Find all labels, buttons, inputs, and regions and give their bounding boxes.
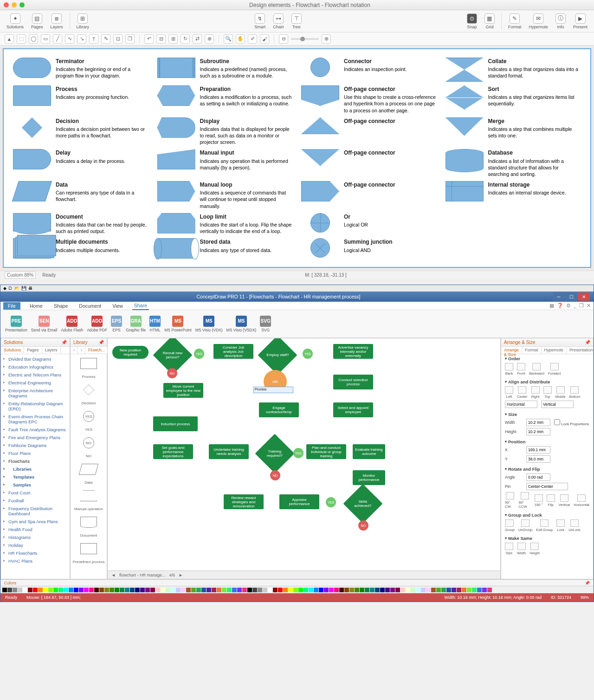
legend-item[interactable]: DocumentIndicates data that can be read … xyxy=(13,213,149,235)
canvas-tab[interactable]: flowchart - HR manage... xyxy=(119,573,166,577)
arr-unlock[interactable]: UnLock xyxy=(568,519,580,532)
select-tool[interactable]: ⬚ xyxy=(17,34,26,44)
zoom-out-button[interactable]: ⊖ xyxy=(279,34,288,44)
color-swatch[interactable] xyxy=(365,588,369,592)
arr-vertical[interactable]: Vertical xyxy=(559,494,570,507)
legend-item[interactable]: Internal storageIndicates an internal st… xyxy=(446,181,581,209)
color-swatch[interactable] xyxy=(406,588,410,592)
lib-nav-prev[interactable]: ‹ xyxy=(71,347,78,354)
solutions-button[interactable]: ✦Solutions xyxy=(4,13,26,30)
lib-tab[interactable]: Flowch... xyxy=(85,347,108,354)
arr-center[interactable]: Center xyxy=(517,386,528,399)
color-swatch[interactable] xyxy=(329,588,334,592)
sol-item[interactable]: Frequency Distribution Dashboard xyxy=(2,505,69,518)
legend-item[interactable]: SubroutineIndicates a predefined (named)… xyxy=(157,58,293,82)
sol-item[interactable]: Flowcharts xyxy=(2,457,69,465)
circ-no[interactable]: NO xyxy=(358,520,368,531)
legend-item[interactable]: TerminatorIndicates the beginning or end… xyxy=(13,58,149,82)
color-swatch[interactable] xyxy=(477,588,482,592)
angle-input[interactable] xyxy=(526,473,550,481)
node-advertise[interactable]: Advertise vacancy internally and/or exte… xyxy=(333,344,373,359)
file-menu[interactable]: File xyxy=(3,302,20,310)
color-swatch[interactable] xyxy=(145,588,150,592)
color-swatch[interactable] xyxy=(232,588,237,592)
zoom-in-button[interactable]: ⊕ xyxy=(322,34,331,44)
legend-item[interactable]: CollateIndicates a step that organizes d… xyxy=(446,58,581,82)
circ-yes[interactable]: YES xyxy=(293,448,303,458)
arr-front[interactable]: Front xyxy=(517,363,525,376)
sol-item[interactable]: Education Infographics xyxy=(2,363,69,371)
color-swatch[interactable] xyxy=(89,588,94,592)
hand-tool[interactable]: ✋ xyxy=(236,34,245,44)
node-engage-contractor[interactable]: Engage contractor/temp xyxy=(259,402,299,417)
lib-predefined[interactable] xyxy=(80,543,97,554)
eyedropper-tool[interactable]: ✐ xyxy=(248,34,257,44)
arr-top[interactable]: Top xyxy=(543,386,552,399)
panel-pin-icon[interactable]: 📌 xyxy=(98,340,104,345)
lib-yes[interactable]: YES xyxy=(83,411,94,422)
arr-back[interactable]: Back xyxy=(505,363,513,376)
settings-icon[interactable]: ⚙ xyxy=(566,303,571,309)
arr-size[interactable]: Size xyxy=(505,543,513,555)
present-button[interactable]: ▶Present xyxy=(570,13,590,30)
tab-format[interactable]: Format xyxy=(522,347,542,354)
color-swatch[interactable] xyxy=(43,588,48,592)
sol-subitem[interactable]: Libraries xyxy=(2,465,69,473)
color-swatch[interactable] xyxy=(452,588,456,592)
color-swatch[interactable] xyxy=(467,588,471,592)
color-swatch[interactable] xyxy=(99,588,104,592)
arr-width[interactable]: Width xyxy=(517,543,526,555)
window-min-icon[interactable]: _ xyxy=(574,303,576,309)
arr-right[interactable]: Right xyxy=(531,386,540,399)
panel-pin-icon[interactable]: 📌 xyxy=(61,340,67,345)
color-swatch[interactable] xyxy=(79,588,84,592)
lock-proportions[interactable] xyxy=(554,419,560,425)
color-swatch[interactable] xyxy=(339,588,344,592)
brush-tool[interactable]: 🖌 xyxy=(260,34,269,44)
color-swatch[interactable] xyxy=(441,588,446,592)
window-close-icon[interactable]: ✕ xyxy=(587,303,591,309)
node-review-reward[interactable]: Review reward strategies and remuneratio… xyxy=(224,494,264,509)
circ-no[interactable]: NO xyxy=(270,470,280,480)
color-swatch[interactable] xyxy=(436,588,441,592)
ribbon-send-via-email[interactable]: SENSend via Email xyxy=(31,316,58,332)
color-swatch[interactable] xyxy=(360,588,364,592)
pen-tool[interactable]: ✎ xyxy=(101,34,110,44)
color-swatch[interactable] xyxy=(191,588,196,592)
arr-height[interactable]: Height xyxy=(529,543,540,555)
chain-button[interactable]: ⊶Chain xyxy=(270,13,287,30)
color-swatch[interactable] xyxy=(263,588,267,592)
sol-item[interactable]: HR Flowcharts xyxy=(2,549,69,557)
qat-open-icon[interactable]: 📂 xyxy=(14,286,19,291)
arr-group[interactable]: Group xyxy=(505,519,515,532)
color-swatch[interactable] xyxy=(472,588,477,592)
tree-button[interactable]: ⊤Tree xyxy=(289,13,304,30)
x-input[interactable] xyxy=(526,446,550,454)
color-swatch[interactable] xyxy=(104,588,109,592)
node-employ-staff[interactable]: Employ staff? xyxy=(258,338,297,375)
color-swatch[interactable] xyxy=(395,588,400,592)
tab-document[interactable]: Document xyxy=(77,302,103,310)
node-training-req[interactable]: Training required? xyxy=(255,434,295,473)
minimize-icon[interactable] xyxy=(12,2,17,7)
snap-button[interactable]: ⊙Snap xyxy=(464,13,480,30)
color-swatch[interactable] xyxy=(334,588,339,592)
ribbon-eps[interactable]: EPSEPS xyxy=(111,316,122,332)
layout-icon[interactable]: ▦ xyxy=(549,303,554,309)
tab-shape[interactable]: Shape xyxy=(52,302,70,310)
color-swatch[interactable] xyxy=(166,588,170,592)
color-swatch[interactable] xyxy=(84,588,89,592)
color-swatch[interactable] xyxy=(344,588,349,592)
color-swatch[interactable] xyxy=(298,588,303,592)
color-swatch[interactable] xyxy=(227,588,232,592)
rotate-tool[interactable]: ↻ xyxy=(181,34,190,44)
lib-manual-op[interactable] xyxy=(80,490,97,501)
tab-view[interactable]: View xyxy=(110,302,125,310)
color-swatch[interactable] xyxy=(64,588,68,592)
sol-item[interactable]: Floor Plans xyxy=(2,449,69,457)
size-title[interactable]: Size xyxy=(505,412,589,417)
ribbon-svg[interactable]: SVGSVG xyxy=(260,316,271,332)
sol-item[interactable]: Fault Tree Analysis Diagrams xyxy=(2,426,69,434)
distribute-tool[interactable]: ⊞ xyxy=(168,34,178,44)
color-swatch[interactable] xyxy=(258,588,262,592)
